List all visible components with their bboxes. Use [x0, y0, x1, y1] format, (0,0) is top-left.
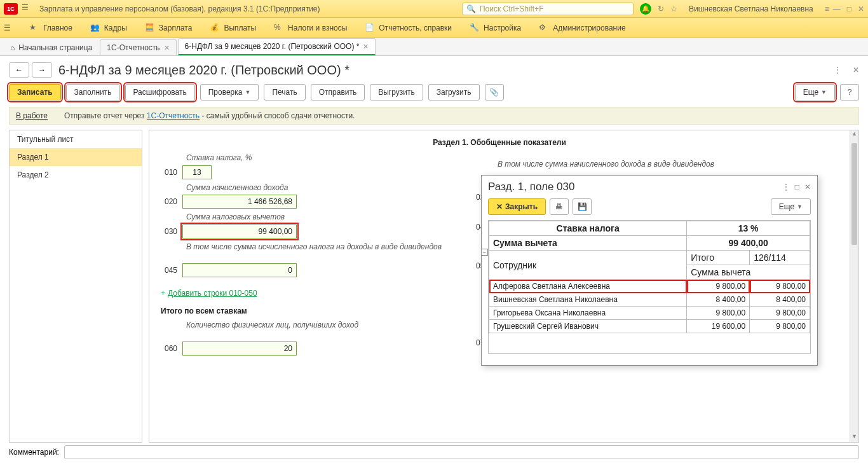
popup-close-button[interactable]: ✕Закрыть [488, 198, 546, 215]
table-row[interactable]: Григорьева Оксана Николаевна9 800,009 80… [489, 307, 810, 320]
tab-1c-reporting[interactable]: 1С-Отчетность✕ [100, 39, 176, 55]
status-bar: В работе Отправьте отчет через 1С-Отчетн… [9, 107, 859, 125]
percent-icon: % [274, 23, 284, 33]
popup-title: Разд. 1, поле 030 [488, 181, 777, 193]
comment-row: Комментарий: [9, 445, 859, 459]
star-icon: ★ [29, 23, 39, 33]
menu-reports[interactable]: 📄Отчетность, справки [356, 23, 461, 33]
table-row[interactable]: Грушевский Сергей Иванович19 600,009 800… [489, 320, 810, 333]
menu-main[interactable]: ★Главное [20, 23, 81, 33]
field-010[interactable]: 13 [182, 165, 212, 179]
status-text: Отправьте отчет через 1С-Отчетность - са… [64, 111, 355, 120]
popup-close-icon[interactable]: ✕ [804, 183, 811, 191]
global-search[interactable]: 🔍 Поиск Ctrl+Shift+F [462, 3, 634, 15]
section-title: Раздел 1. Обобщенные показатели [158, 135, 841, 153]
logo-1c-icon: 1C [4, 3, 18, 15]
table-row[interactable]: Вишневская Светлана Николаевна8 400,008 … [489, 293, 810, 307]
diskette-icon: 💾 [578, 202, 587, 211]
print-button[interactable]: Печать [264, 84, 305, 100]
code-020: 020 [158, 197, 177, 206]
maximize-icon[interactable]: □ [847, 4, 851, 13]
attach-button[interactable]: 📎 [485, 84, 504, 100]
popup-menu-icon[interactable]: ⋮ [782, 183, 790, 191]
label-deduct: Сумма налоговых вычетов [186, 212, 463, 223]
close-tab-icon[interactable]: ✕ [363, 43, 369, 51]
label-rate: Ставка налога, % [186, 153, 463, 163]
close-tab-icon[interactable]: ✕ [164, 44, 170, 52]
gear-icon: ⚙ [539, 23, 549, 33]
menu-taxes[interactable]: %Налоги и взносы [265, 23, 356, 33]
collapse-toggle[interactable]: − [481, 249, 488, 256]
help-button[interactable]: ? [840, 84, 859, 100]
more-menu-icon[interactable]: ⋮ [834, 66, 841, 74]
scroll-thumb[interactable] [851, 143, 857, 245]
field-045[interactable]: 0 [182, 263, 297, 277]
chevron-down-icon: ▼ [821, 89, 827, 95]
titlebar: 1C ☰ Зарплата и управление персоналом (б… [0, 0, 868, 18]
filter-icon[interactable]: ≡ [825, 4, 829, 13]
main-menu: ☰ ★Главное 👥Кадры 🧮Зарплата 💰Выплаты %На… [0, 18, 868, 38]
close-window-icon[interactable]: ✕ [858, 4, 864, 13]
save-button[interactable]: Записать [9, 84, 61, 100]
menu-kadry[interactable]: 👥Кадры [81, 23, 136, 33]
th-sum-val: 99 400,00 [687, 236, 810, 251]
star-icon[interactable]: ☆ [670, 4, 677, 13]
toolbar: Записать Заполнить Расшифровать Проверка… [0, 84, 868, 107]
minimize-icon[interactable]: — [833, 4, 841, 13]
tab-home[interactable]: ⌂Начальная страница [4, 40, 98, 55]
chevron-down-icon: ▼ [797, 204, 803, 210]
nav-forward-button[interactable]: → [32, 62, 52, 78]
comment-input[interactable] [64, 445, 859, 459]
scroll-up-icon[interactable]: ▲ [850, 130, 858, 139]
wrench-icon: 🔧 [470, 23, 480, 33]
add-rows-link[interactable]: Добавить строки 010-050 [168, 289, 257, 298]
decode-button[interactable]: Расшифровать [125, 84, 195, 100]
popup-table: Ставка налога13 % Сумма вычета99 400,00 … [489, 221, 810, 333]
nav-item-section2[interactable]: Раздел 2 [10, 166, 142, 184]
status-label[interactable]: В работе [16, 111, 48, 120]
code-060: 060 [158, 344, 177, 353]
table-row[interactable]: Алферова Светлана Алексеевна9 800,009 80… [489, 280, 810, 293]
popup-save-button[interactable]: 💾 [573, 198, 592, 215]
popup-maximize-icon[interactable]: □ [795, 183, 799, 191]
export-button[interactable]: Выгрузить [370, 84, 423, 100]
popup-table-wrap: − Ставка налога13 % Сумма вычета99 400,0… [488, 220, 811, 354]
th-sum2: Сумма вычета [687, 265, 810, 280]
notifications-icon[interactable]: 🔔 [640, 3, 651, 15]
status-link[interactable]: 1С-Отчетность [147, 111, 200, 120]
hamburger-icon[interactable]: ☰ [22, 3, 33, 15]
app-title: Зарплата и управление персоналом (базова… [39, 4, 320, 13]
search-placeholder: Поиск Ctrl+Shift+F [480, 4, 544, 13]
user-name[interactable]: Вишневская Светлана Николаевна [689, 4, 813, 13]
history-icon[interactable]: ↻ [658, 4, 664, 13]
menu-admin[interactable]: ⚙Администрирование [530, 23, 634, 33]
field-030[interactable]: 99 400,00 [182, 225, 297, 238]
import-button[interactable]: Загрузить [428, 84, 480, 100]
menu-payments[interactable]: 💰Выплаты [201, 23, 265, 33]
code-045: 045 [158, 266, 177, 275]
search-icon: 🔍 [466, 4, 476, 13]
field-020[interactable]: 1 466 526,68 [182, 195, 297, 209]
nav-item-section1[interactable]: Раздел 1 [10, 148, 142, 166]
vertical-scrollbar[interactable]: ▲ ▼ [850, 130, 858, 442]
fill-button[interactable]: Заполнить [66, 84, 120, 100]
check-button[interactable]: Проверка▼ [200, 84, 259, 100]
more-button[interactable]: Еще▼ [795, 84, 835, 100]
scroll-down-icon[interactable]: ▼ [850, 433, 858, 442]
th-rate-val: 13 % [687, 221, 810, 236]
close-page-icon[interactable]: ✕ [853, 66, 859, 74]
popup-print-button[interactable]: 🖶 [550, 198, 569, 215]
menu-salary[interactable]: 🧮Зарплата [136, 23, 201, 33]
nav-back-button[interactable]: ← [9, 62, 29, 78]
page-title: 6-НДФЛ за 9 месяцев 2020 г. (Петровский … [58, 63, 827, 78]
field-060[interactable]: 20 [182, 342, 297, 356]
menu-hamburger-icon[interactable]: ☰ [4, 24, 15, 32]
popup-more-button[interactable]: Еще▼ [771, 198, 811, 215]
nav-item-title-page[interactable]: Титульный лист [10, 130, 142, 148]
tab-6ndfl[interactable]: 6-НДФЛ за 9 месяцев 2020 г. (Петровский … [178, 38, 376, 55]
th-total: Итого [687, 251, 750, 265]
menu-settings[interactable]: 🔧Настройка [461, 23, 530, 33]
send-button[interactable]: Отправить [311, 84, 365, 100]
detail-popup: Разд. 1, поле 030 ⋮ □ ✕ ✕Закрыть 🖶 💾 Еще… [481, 175, 818, 366]
page-header: ← → 6-НДФЛ за 9 месяцев 2020 г. (Петровс… [0, 56, 868, 84]
